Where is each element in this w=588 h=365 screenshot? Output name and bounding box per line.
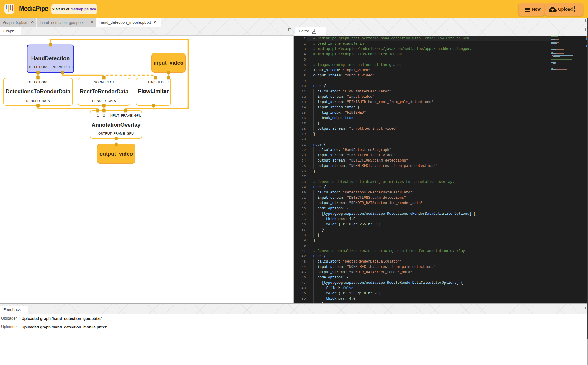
svg-text:DETECTIONS: DETECTIONS xyxy=(27,65,48,69)
svg-text:AnnotationOverlay: AnnotationOverlay xyxy=(92,122,141,128)
svg-text:RENDER_DATA: RENDER_DATA xyxy=(26,99,50,102)
svg-text:DETECTIONS: DETECTIONS xyxy=(27,80,48,84)
svg-text:input_video: input_video xyxy=(153,60,183,66)
svg-text:0: 0 xyxy=(168,80,169,84)
svg-text:INPUT_FRAME_GPU: INPUT_FRAME_GPU xyxy=(110,114,141,117)
svg-text:DetectionsToRenderData: DetectionsToRenderData xyxy=(6,88,71,94)
svg-text:OUTPUT_FRAME_GPU: OUTPUT_FRAME_GPU xyxy=(98,132,134,135)
svg-text:FlowLimiter: FlowLimiter xyxy=(138,88,169,94)
svg-text:RectToRenderData: RectToRenderData xyxy=(80,88,129,94)
svg-text:FINISHED: FINISHED xyxy=(148,80,163,84)
svg-text:HandDetection: HandDetection xyxy=(31,55,70,61)
svg-text:RENDER_DATA: RENDER_DATA xyxy=(92,99,116,102)
svg-text:2: 2 xyxy=(103,114,105,117)
svg-text:1: 1 xyxy=(97,114,99,117)
svg-text:NORM_RECT: NORM_RECT xyxy=(53,65,73,69)
svg-text:NORM_RECT: NORM_RECT xyxy=(94,80,115,84)
svg-text:output_video: output_video xyxy=(99,151,133,157)
